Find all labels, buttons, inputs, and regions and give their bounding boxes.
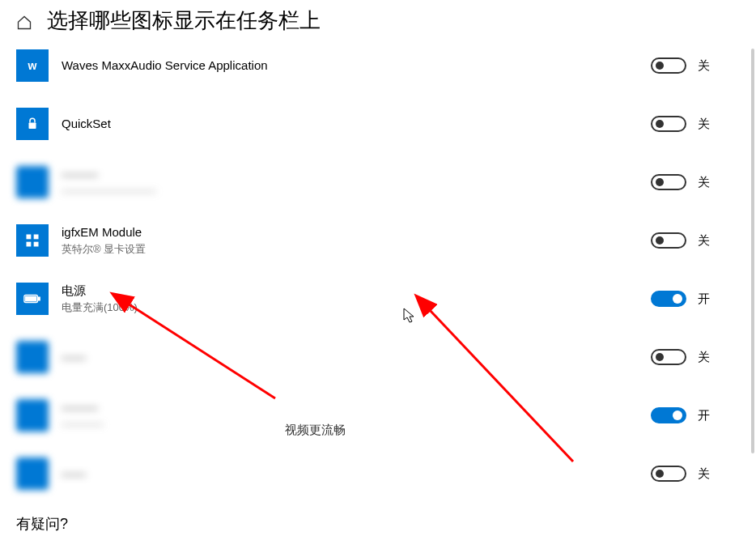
- toggle-switch[interactable]: [651, 466, 686, 482]
- toggle-knob: [656, 62, 664, 70]
- toggle-switch[interactable]: [651, 174, 686, 190]
- app-icon: w: [16, 49, 49, 82]
- toggle-label: 关: [698, 58, 710, 74]
- list-item: ——关: [16, 456, 740, 491]
- list-item: 电源电量充满(100%)开: [16, 281, 740, 317]
- item-title: QuickSet: [62, 116, 635, 132]
- list-item: ——关: [16, 339, 740, 375]
- svg-rect-3: [27, 242, 32, 247]
- toggle-group: 关: [651, 116, 740, 132]
- item-text: QuickSet: [62, 116, 651, 132]
- list-item: wWaves MaxxAudio Service Application关: [16, 48, 740, 83]
- toggle-knob: [656, 120, 664, 128]
- svg-rect-7: [26, 296, 36, 301]
- item-text: Waves MaxxAudio Service Application: [62, 57, 651, 74]
- toggle-group: 关: [651, 349, 740, 365]
- toggle-switch[interactable]: [651, 57, 686, 74]
- item-title: ———: [62, 399, 635, 415]
- item-subtitle: ————: [62, 417, 635, 432]
- toggle-group: 关: [651, 232, 740, 249]
- svg-rect-0: [29, 123, 36, 130]
- item-text: ——: [62, 349, 651, 365]
- svg-rect-6: [38, 297, 40, 300]
- toggle-label: 关: [698, 175, 710, 190]
- toggle-label: 关: [698, 117, 710, 132]
- item-subtitle: —————————: [62, 184, 635, 198]
- toggle-group: 关: [651, 57, 740, 74]
- item-title: 电源: [62, 283, 635, 299]
- item-title: igfxEM Module: [62, 224, 635, 240]
- app-icon: [16, 166, 49, 198]
- list-item: ————————————关: [16, 164, 740, 200]
- app-icon: [16, 457, 49, 490]
- toggle-knob: [656, 353, 664, 361]
- toggle-switch[interactable]: [651, 116, 686, 132]
- app-icon: [16, 399, 49, 432]
- toggle-group: 关: [651, 466, 740, 482]
- toggle-switch[interactable]: [651, 407, 686, 423]
- item-title: ——: [62, 349, 635, 365]
- toggle-knob: [673, 410, 682, 420]
- item-text: 电源电量充满(100%): [62, 283, 651, 315]
- page-title: 选择哪些图标显示在任务栏上: [47, 6, 321, 35]
- toggle-switch[interactable]: [651, 232, 686, 249]
- item-subtitle: 电量充满(100%): [62, 300, 635, 315]
- app-icon: [16, 224, 49, 257]
- icon-list: wWaves MaxxAudio Service Application关Qui…: [0, 48, 756, 491]
- toggle-group: 开: [651, 291, 740, 307]
- item-title: ——: [62, 466, 635, 482]
- toggle-knob: [673, 294, 682, 304]
- app-icon: [16, 341, 49, 373]
- scrollbar[interactable]: [751, 49, 754, 453]
- list-item: ———————开: [16, 398, 740, 433]
- toggle-label: 关: [698, 466, 710, 482]
- annotation-overlay-text: 视频更流畅: [285, 423, 346, 438]
- cursor-icon: [403, 308, 416, 327]
- toggle-knob: [656, 470, 664, 478]
- toggle-group: 关: [651, 174, 740, 190]
- toggle-knob: [656, 236, 664, 245]
- item-text: ————————————: [62, 166, 651, 198]
- toggle-label: 开: [698, 291, 710, 307]
- toggle-label: 关: [698, 350, 710, 365]
- list-item: QuickSet关: [16, 106, 740, 142]
- help-title: 有疑问?: [16, 514, 740, 534]
- toggle-switch[interactable]: [651, 349, 686, 365]
- toggle-group: 开: [651, 407, 740, 423]
- svg-rect-2: [34, 235, 39, 240]
- app-icon: [16, 108, 49, 140]
- item-text: ——: [62, 466, 651, 482]
- toggle-label: 关: [698, 233, 710, 249]
- item-text: ———————: [62, 399, 651, 432]
- home-icon[interactable]: [16, 15, 32, 31]
- svg-rect-4: [34, 242, 39, 247]
- toggle-label: 开: [698, 408, 710, 423]
- item-subtitle: 英特尔® 显卡设置: [62, 242, 635, 257]
- item-title: ———: [62, 166, 635, 182]
- app-icon: [16, 283, 49, 315]
- item-title: Waves MaxxAudio Service Application: [62, 57, 635, 74]
- toggle-knob: [656, 178, 664, 186]
- list-item: igfxEM Module英特尔® 显卡设置关: [16, 223, 740, 258]
- toggle-switch[interactable]: [651, 291, 686, 307]
- svg-rect-1: [27, 235, 32, 240]
- item-text: igfxEM Module英特尔® 显卡设置: [62, 224, 651, 257]
